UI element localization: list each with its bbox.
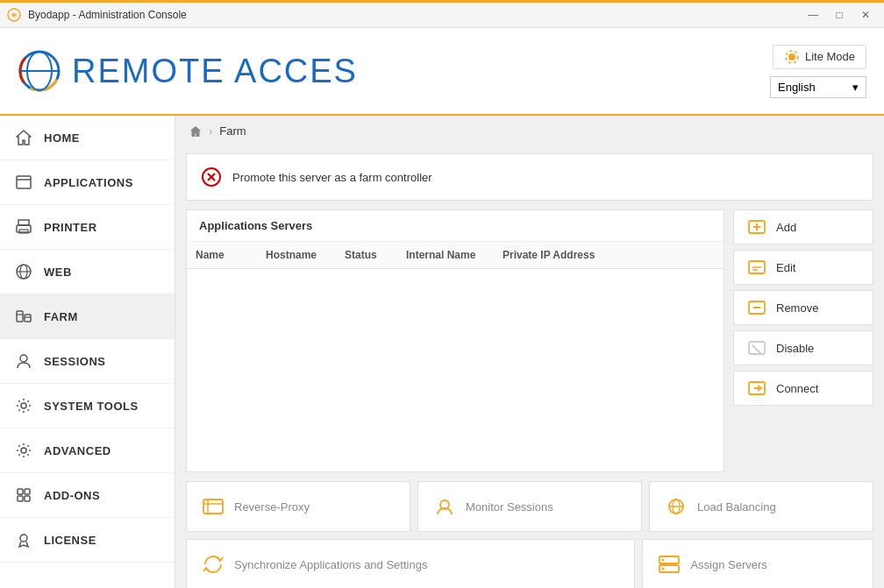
titlebar-controls: — □ ✕ [802,6,877,24]
titlebar-left: Byodapp - Administration Console [7,8,187,22]
svg-rect-42 [203,499,223,514]
edit-button[interactable]: Edit [733,250,873,285]
bottom-links: Reverse-Proxy Monitor Sessions Load Bala… [186,481,873,588]
language-selector[interactable]: English ▾ [770,76,866,98]
minimize-button[interactable]: — [802,6,824,24]
svg-rect-26 [25,496,30,501]
assign-servers-icon [657,552,681,577]
monitor-sessions-icon [432,494,457,519]
close-button[interactable]: ✕ [854,6,877,24]
language-value: English [778,81,816,94]
lite-mode-icon [784,49,800,65]
sidebar: HOME APPLICATIONS PRINTER WEB [0,116,175,588]
svg-point-52 [662,568,665,570]
synchronize-label: Synchronize Applications and Settings [234,558,427,571]
remove-icon [746,300,767,315]
sidebar-item-system-tools-label: SYSTEM TOOLS [44,400,139,413]
sidebar-item-home[interactable]: HOME [0,116,175,160]
connect-label: Connect [776,382,818,395]
sidebar-item-sessions[interactable]: SESSIONS [0,339,175,384]
svg-point-22 [21,448,26,453]
maximize-button[interactable]: □ [828,6,851,24]
titlebar: Byodapp - Administration Console — □ ✕ [0,0,884,28]
svg-point-51 [662,559,665,562]
svg-line-40 [752,345,761,354]
add-button[interactable]: Add [733,209,873,244]
warning-icon [201,166,222,188]
advanced-icon [14,441,33,460]
reverse-proxy-icon [201,494,225,519]
monitor-sessions-link[interactable]: Monitor Sessions [417,481,642,532]
table-panel: Applications Servers Name Hostname Statu… [186,209,724,472]
action-panel: Add Edit Remove [733,209,873,472]
col-internal-name: Internal Name [397,242,494,268]
svg-point-20 [20,355,27,362]
applications-icon [14,173,33,192]
sidebar-item-advanced-label: ADVANCED [44,444,111,457]
printer-icon [14,217,33,237]
language-dropdown-arrow: ▾ [852,81,859,94]
sidebar-item-web[interactable]: WEB [0,250,175,294]
license-icon [14,530,33,549]
content-area: › Farm Promote this server as a farm con… [175,116,884,588]
connect-button[interactable]: Connect [733,371,873,406]
sidebar-item-printer[interactable]: PRINTER [0,205,175,250]
logo-area: REMOTE ACCES [18,49,358,93]
svg-rect-8 [17,176,31,188]
sidebar-item-system-tools[interactable]: SYSTEM TOOLS [0,384,175,429]
col-hostname: Hostname [257,242,336,268]
sidebar-item-add-ons[interactable]: ADD-ONS [0,473,175,518]
sidebar-item-license[interactable]: LICENSE [0,518,175,563]
logo-text-acces: ACCES [234,53,358,89]
svg-rect-24 [25,489,30,494]
add-ons-icon [14,485,33,505]
add-icon [746,219,767,235]
sidebar-item-farm[interactable]: FARM [0,294,175,339]
sidebar-item-license-label: LICENSE [44,534,96,547]
breadcrumb-current: Farm [219,124,246,138]
disable-button[interactable]: Disable [733,330,873,365]
sidebar-item-home-label: HOME [44,131,80,145]
load-balancing-link[interactable]: Load Balancing [649,481,873,532]
synchronize-link[interactable]: Synchronize Applications and Settings [186,539,635,588]
home-icon [14,128,33,147]
col-name: Name [187,242,257,268]
svg-rect-10 [18,220,29,225]
edit-label: Edit [776,261,795,274]
sidebar-item-printer-label: PRINTER [44,221,97,234]
logo-text: REMOTE ACCES [72,53,358,90]
svg-point-21 [21,403,26,408]
sidebar-item-applications-label: APPLICATIONS [44,176,133,189]
assign-servers-label: Assign Servers [690,558,766,571]
titlebar-title: Byodapp - Administration Console [28,9,187,21]
svg-rect-16 [17,311,23,322]
sessions-icon [14,351,33,371]
remove-button[interactable]: Remove [733,290,873,325]
sidebar-item-applications[interactable]: APPLICATIONS [0,160,175,205]
system-tools-icon [14,396,33,415]
sidebar-item-advanced[interactable]: ADVANCED [0,429,175,473]
breadcrumb: › Farm [175,116,884,146]
warning-message: Promote this server as a farm controller [232,171,432,184]
load-balancing-icon [664,494,688,519]
synchronize-icon [201,552,225,577]
home-breadcrumb-icon [189,125,202,138]
breadcrumb-home[interactable] [189,125,202,138]
logo-text-remote: REMOTE [72,53,225,89]
load-balancing-label: Load Balancing [697,500,776,514]
logo-icon [18,49,61,93]
remove-label: Remove [776,301,818,315]
assign-servers-link[interactable]: Assign Servers [642,539,873,588]
svg-rect-17 [25,315,31,322]
warning-banner: Promote this server as a farm controller [186,153,873,201]
reverse-proxy-link[interactable]: Reverse-Proxy [186,481,410,532]
header: REMOTE ACCES Lite Mode English ▾ [0,28,884,116]
monitor-sessions-label: Monitor Sessions [466,500,553,514]
lite-mode-button[interactable]: Lite Mode [773,45,866,69]
table-panel-title: Applications Servers [187,210,724,242]
sidebar-item-sessions-label: SESSIONS [44,355,105,368]
svg-rect-23 [18,489,23,494]
main-layout: HOME APPLICATIONS PRINTER WEB [0,116,884,588]
svg-point-6 [788,53,795,60]
farm-icon [14,307,33,326]
